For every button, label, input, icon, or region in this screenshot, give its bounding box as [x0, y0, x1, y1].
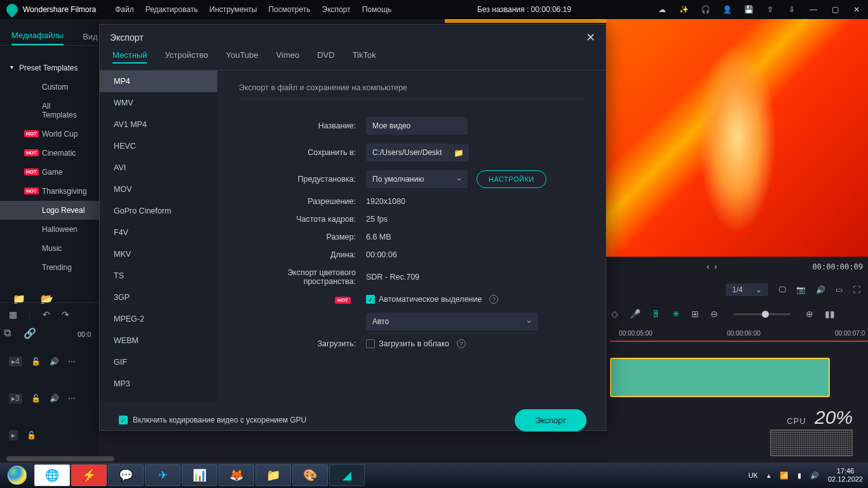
redo-icon[interactable]: ↷ [62, 309, 69, 320]
sparkle-icon[interactable]: ✨ [679, 4, 689, 15]
sidebar-item-custom[interactable]: Custom [0, 78, 99, 97]
format-mp4[interactable]: MP4 [100, 71, 217, 92]
format-avi[interactable]: AVI [100, 157, 217, 179]
track-badge[interactable]: ▸ [9, 430, 18, 440]
minimize-icon[interactable]: — [808, 4, 818, 15]
format-mov[interactable]: MOV [100, 179, 217, 200]
sidebar-item-music[interactable]: Music [0, 239, 99, 258]
frame-add-icon[interactable]: ⊞ [691, 309, 699, 319]
export-tab-tiktok[interactable]: TikTok [353, 50, 376, 64]
sidebar-item-all-templates[interactable]: All Templates [0, 97, 99, 125]
layout-icon[interactable]: ▭ [836, 285, 843, 294]
info-icon[interactable]: ? [489, 295, 498, 304]
format-webm[interactable]: WEBM [100, 330, 217, 351]
sidebar-item-trending[interactable]: Trending [0, 258, 99, 277]
camera-icon[interactable]: 📷 [796, 285, 806, 294]
format-mkv[interactable]: MKV [100, 243, 217, 265]
sidebar-header[interactable]: Preset Templates [0, 58, 99, 78]
info-icon[interactable]: ? [457, 339, 466, 348]
expand-icon[interactable]: ⛶ [853, 285, 860, 294]
lock-icon[interactable]: 🔓 [27, 431, 36, 440]
nav-arrow-right-icon[interactable]: › [714, 262, 717, 271]
menu-tools[interactable]: Инструменты [210, 5, 257, 14]
format-mpeg-2[interactable]: MPEG-2 [100, 308, 217, 330]
taskbar-paint[interactable]: 🎨 [292, 464, 328, 486]
timeline-ruler[interactable]: 00:00:05:00 00:00:06:00 00:00:07:0 [606, 325, 868, 341]
sidebar-item-thanksgiving[interactable]: HOTThanksgiving [0, 182, 99, 201]
headphones-icon[interactable]: 🎧 [700, 4, 710, 15]
zoom-out-icon[interactable]: ⊖ [710, 309, 718, 319]
export-tab-vimeo[interactable]: Vimeo [276, 50, 300, 64]
more-icon[interactable]: ⋯ [68, 394, 76, 403]
browse-folder-icon[interactable]: 📁 [449, 144, 469, 161]
close-icon[interactable]: ✕ [851, 4, 862, 15]
export-tab-dvd[interactable]: DVD [317, 50, 334, 64]
marker-icon[interactable]: ◇ [611, 309, 618, 319]
preset-select[interactable]: По умолчанию [366, 170, 468, 188]
copy-icon[interactable]: ⧉ [4, 327, 11, 339]
avatar-icon[interactable]: 👤 [722, 4, 732, 15]
format-gif[interactable]: GIF [100, 351, 217, 373]
taskbar-meter[interactable]: 📊 [182, 464, 217, 486]
sidebar-item-world-cup[interactable]: HOTWorld Cup [0, 125, 99, 144]
sidebar-item-game[interactable]: HOTGame [0, 163, 99, 182]
taskbar-firefox[interactable]: 🦊 [219, 464, 254, 486]
clock[interactable]: 17:46 02.12.2022 [828, 467, 863, 484]
menu-edit[interactable]: Редактировать [146, 5, 198, 14]
taskbar-telegram[interactable]: ✈ [145, 464, 180, 486]
speaker-icon[interactable]: 🔊 [50, 394, 59, 403]
battery-icon[interactable]: ▮ [797, 471, 801, 480]
save-path-input[interactable] [366, 144, 449, 161]
zoom-in-icon[interactable]: ⊕ [806, 309, 813, 319]
sidebar-item-logo-reveal[interactable]: Logo Reveal [0, 201, 99, 220]
format-gopro-cineform[interactable]: GoPro Cineform [100, 200, 217, 222]
format-ts[interactable]: TS [100, 265, 217, 287]
name-input[interactable] [366, 117, 468, 135]
language-indicator[interactable]: UK [749, 471, 758, 479]
menu-file[interactable]: Файл [115, 5, 134, 14]
upload-cloud-checkbox[interactable] [366, 339, 375, 348]
lock-icon[interactable]: 🔓 [31, 394, 41, 403]
taskbar-app-red[interactable]: ⚡ [71, 464, 107, 486]
monitor-icon[interactable]: 🖵 [778, 285, 786, 294]
link-icon[interactable]: 🔗 [24, 327, 36, 339]
undo-icon[interactable]: ↶ [43, 309, 50, 320]
zoom-slider[interactable] [733, 313, 790, 315]
sidebar-item-halloween[interactable]: Halloween [0, 220, 99, 239]
cloud-icon[interactable]: ☁ [657, 4, 667, 15]
more-icon[interactable]: ⋯ [68, 357, 76, 366]
format-mp3[interactable]: MP3 [100, 373, 217, 395]
format-hevc[interactable]: HEVC [100, 135, 217, 157]
sidebar-tab-other[interactable]: Вид [83, 32, 98, 45]
tray-chevron-icon[interactable]: ▴ [767, 471, 771, 480]
taskbar-filmora[interactable]: ◢ [329, 464, 365, 486]
export-button[interactable]: Экспорт [515, 409, 587, 431]
export-tab-youtube[interactable]: YouTube [226, 50, 258, 64]
snap-icon[interactable]: ✳ [672, 309, 680, 319]
gpu-checkbox[interactable]: ✓ [119, 416, 128, 424]
menu-view[interactable]: Посмотреть [268, 5, 310, 14]
sidebar-item-cinematic[interactable]: HOTCinematic [0, 144, 99, 163]
format-wmv[interactable]: WMV [100, 92, 217, 114]
network-icon[interactable]: 📶 [780, 471, 789, 480]
sidebar-tab-media[interactable]: Медиафайлы [11, 30, 64, 45]
menu-export[interactable]: Экспорт [322, 5, 351, 14]
taskbar-chrome[interactable]: 🌐 [34, 464, 70, 486]
export-tab-местный[interactable]: Местный [112, 50, 147, 64]
mixer-icon[interactable]: 🎚 [652, 309, 661, 319]
format-3gp[interactable]: 3GP [100, 287, 217, 308]
taskbar-viber[interactable]: 💬 [108, 464, 144, 486]
dialog-close-icon[interactable]: ✕ [586, 30, 595, 44]
tray-volume-icon[interactable]: 🔊 [810, 471, 819, 480]
track-badge[interactable]: ▸4 [9, 356, 22, 367]
maximize-icon[interactable]: ▢ [830, 4, 840, 15]
auto-highlight-select[interactable]: Авто [366, 313, 538, 330]
format-av1-mp4[interactable]: AV1 MP4 [100, 114, 217, 135]
download-icon[interactable]: ⇩ [787, 4, 797, 15]
timeline-clip[interactable] [610, 358, 830, 397]
taskbar-explorer[interactable]: 📁 [255, 464, 291, 486]
speaker-icon[interactable]: 🔊 [50, 357, 59, 366]
lock-icon[interactable]: 🔓 [31, 357, 41, 366]
zoom-select[interactable]: 1/4⌄ [726, 283, 768, 296]
grid-icon[interactable]: ▦ [9, 309, 17, 320]
